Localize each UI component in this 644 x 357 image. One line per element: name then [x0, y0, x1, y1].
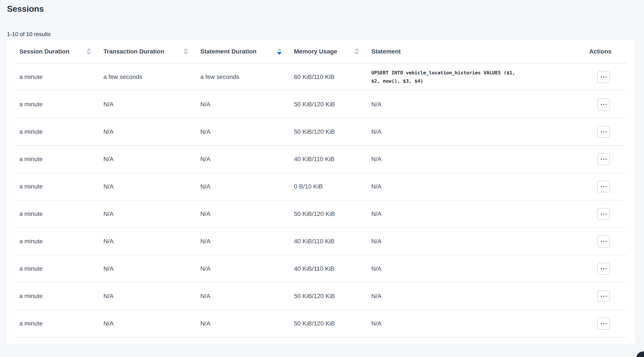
- column-header-statement-duration[interactable]: Statement Duration: [200, 40, 294, 63]
- sort-icon[interactable]: [184, 48, 188, 55]
- cell-value: 50 KiB/120 KiB: [294, 320, 371, 327]
- table-row: a minuteN/AN/A0 B/10 KiBN/A: [15, 173, 626, 200]
- ellipsis-icon: [601, 159, 607, 160]
- session-duration-cell: a minute: [15, 118, 104, 145]
- cell-value: N/A: [104, 128, 200, 135]
- row-actions-button[interactable]: [597, 99, 610, 110]
- row-actions-button[interactable]: [597, 318, 610, 329]
- table-row: a minuteN/AN/A40 KiB/110 KiBN/A: [15, 255, 626, 282]
- cell-value: N/A: [104, 156, 200, 163]
- sort-icon[interactable]: [354, 48, 359, 55]
- statement-duration-cell: N/A: [200, 310, 294, 337]
- table-row: a minutea few secondsa few seconds60 KiB…: [15, 63, 626, 91]
- cell-value: N/A: [104, 238, 200, 245]
- cell-value: N/A: [104, 293, 200, 300]
- sort-desc-icon: [277, 52, 282, 55]
- sessions-page: Sessions 1-10 of 10 results Session Dura…: [0, 0, 644, 357]
- row-actions-button[interactable]: [597, 263, 610, 275]
- sort-icon-active-desc[interactable]: [277, 48, 282, 55]
- memory-usage-cell: 40 KiB/110 KiB: [294, 145, 371, 173]
- ellipsis-icon: [601, 131, 607, 132]
- transaction-duration-cell: N/A: [104, 228, 200, 255]
- sort-desc-icon: [354, 52, 359, 55]
- session-duration-cell: a minute: [15, 91, 104, 118]
- cell-value: N/A: [371, 128, 580, 135]
- statement-cell: N/A: [371, 282, 580, 310]
- memory-usage-cell: 40 KiB/110 KiB: [294, 255, 371, 282]
- actions-cell: [580, 200, 626, 228]
- row-actions-button[interactable]: [597, 208, 610, 220]
- cell-value: 40 KiB/110 KiB: [294, 265, 371, 272]
- row-actions-button[interactable]: [597, 290, 610, 302]
- cell-value: N/A: [371, 320, 580, 327]
- cell-value: a few seconds: [200, 74, 294, 81]
- transaction-duration-cell: a few seconds: [104, 63, 200, 91]
- row-actions-button[interactable]: [597, 153, 610, 165]
- sort-icon[interactable]: [86, 48, 91, 55]
- ellipsis-icon: [601, 268, 607, 269]
- session-duration-cell: a minute: [15, 145, 104, 173]
- cell-value: N/A: [104, 210, 200, 217]
- statement-cell: N/A: [371, 310, 580, 337]
- statement-duration-cell: N/A: [200, 91, 294, 118]
- statement-cell: UPSERT INTO vehicle_location_histories V…: [371, 63, 580, 91]
- table-row: a minuteN/AN/A50 KiB/120 KiBN/A: [15, 282, 626, 310]
- row-actions-button[interactable]: [597, 235, 610, 247]
- column-header-transaction-duration[interactable]: Transaction Duration: [104, 40, 200, 63]
- cell-value: N/A: [104, 320, 200, 327]
- ellipsis-icon: [601, 186, 607, 187]
- statement-cell: N/A: [371, 200, 580, 228]
- cell-value: 40 KiB/110 KiB: [294, 156, 371, 163]
- sort-asc-icon: [86, 48, 91, 51]
- ellipsis-icon: [601, 296, 607, 297]
- cell-value: N/A: [200, 293, 294, 300]
- actions-cell: [580, 282, 626, 310]
- session-duration-cell: a minute: [15, 228, 104, 255]
- cell-value: a minute: [19, 183, 104, 190]
- ellipsis-icon: [601, 104, 607, 105]
- table-row: a minuteN/AN/A40 KiB/110 KiBN/A: [15, 145, 626, 173]
- sort-asc-icon: [277, 48, 282, 51]
- statement-cell: N/A: [371, 255, 580, 282]
- memory-usage-cell: 50 KiB/120 KiB: [294, 118, 371, 145]
- cell-value: N/A: [200, 238, 294, 245]
- cell-value: N/A: [104, 101, 200, 108]
- sort-desc-icon: [86, 52, 91, 55]
- transaction-duration-cell: N/A: [104, 310, 200, 337]
- statement-cell: N/A: [371, 173, 580, 200]
- table-row: a minuteN/AN/A50 KiB/120 KiBN/A: [15, 310, 626, 337]
- transaction-duration-cell: N/A: [104, 255, 200, 282]
- sort-desc-icon: [184, 52, 188, 55]
- column-header-session-duration[interactable]: Session Duration: [15, 40, 104, 63]
- transaction-duration-cell: N/A: [104, 200, 200, 228]
- cell-value: a minute: [19, 293, 104, 300]
- table-row: a minuteN/AN/A50 KiB/120 KiBN/A: [15, 118, 626, 145]
- memory-usage-cell: 50 KiB/120 KiB: [294, 91, 371, 118]
- ellipsis-icon: [601, 213, 607, 215]
- row-actions-button[interactable]: [597, 71, 610, 83]
- cell-value: N/A: [104, 183, 200, 190]
- cell-value: a minute: [19, 128, 104, 135]
- memory-usage-cell: 60 KiB/110 KiB: [294, 63, 371, 91]
- row-actions-button[interactable]: [597, 181, 610, 193]
- actions-cell: [580, 228, 626, 255]
- cell-value: 40 KiB/110 KiB: [294, 238, 371, 245]
- statement-cell: N/A: [371, 145, 580, 173]
- column-header-memory-usage[interactable]: Memory Usage: [294, 40, 371, 63]
- column-header-label: Statement: [371, 48, 401, 55]
- table-row: a minuteN/AN/A50 KiB/120 KiBN/A: [15, 200, 626, 228]
- cell-value: N/A: [200, 156, 294, 163]
- session-duration-cell: a minute: [15, 310, 104, 337]
- cell-value: a minute: [19, 320, 104, 327]
- cell-value: N/A: [371, 101, 580, 108]
- cell-value: 50 KiB/120 KiB: [294, 210, 371, 217]
- column-header-label: Session Duration: [19, 48, 69, 55]
- cell-value: N/A: [200, 265, 294, 272]
- cell-value: N/A: [371, 265, 580, 272]
- cell-value: a minute: [19, 265, 104, 272]
- column-header-label: Actions: [589, 48, 612, 55]
- table-row: a minuteN/AN/A40 KiB/110 KiBN/A: [15, 228, 626, 255]
- cell-value: N/A: [200, 101, 294, 108]
- row-actions-button[interactable]: [597, 126, 610, 138]
- cursor-corner-artifact: [636, 351, 644, 357]
